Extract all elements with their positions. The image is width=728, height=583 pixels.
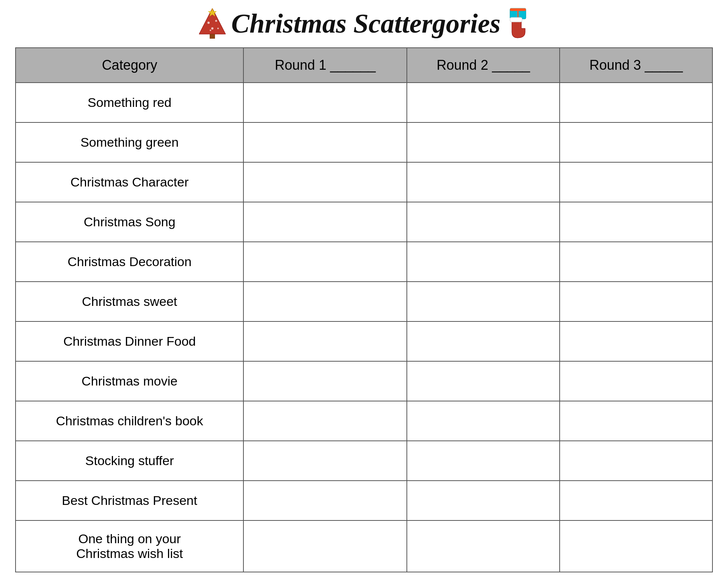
- answer-round1-row7[interactable]: [243, 361, 407, 401]
- svg-rect-11: [510, 17, 522, 22]
- svg-point-7: [217, 28, 219, 29]
- answer-round3-row8[interactable]: [560, 401, 712, 441]
- table-row: Christmas Decoration: [16, 242, 712, 282]
- answer-round3-row6[interactable]: [560, 321, 712, 361]
- table-row: Christmas Song: [16, 202, 712, 242]
- answer-round2-row3[interactable]: [407, 202, 560, 242]
- table-row: Stocking stuffer: [16, 441, 712, 481]
- tree-icon: [197, 8, 228, 40]
- answer-round1-row5[interactable]: [243, 282, 407, 321]
- col-header-round1: Round 1 ______: [243, 48, 407, 83]
- col-header-category: Category: [16, 48, 243, 83]
- stocking-icon: [504, 8, 531, 40]
- table-row: Christmas sweet: [16, 282, 712, 321]
- table-row: Christmas Character: [16, 162, 712, 202]
- answer-round2-row6[interactable]: [407, 321, 560, 361]
- answer-round2-row8[interactable]: [407, 401, 560, 441]
- col-header-round2: Round 2 _____: [407, 48, 560, 83]
- answer-round1-row3[interactable]: [243, 202, 407, 242]
- category-cell: Christmas movie: [16, 361, 243, 401]
- answer-round2-row4[interactable]: [407, 242, 560, 282]
- category-cell: Christmas Character: [16, 162, 243, 202]
- svg-point-6: [210, 30, 211, 31]
- answer-round3-row7[interactable]: [560, 361, 712, 401]
- table-row: Something green: [16, 122, 712, 162]
- answer-round2-row5[interactable]: [407, 282, 560, 321]
- category-cell: Christmas Decoration: [16, 242, 243, 282]
- answer-round3-row1[interactable]: [560, 122, 712, 162]
- table-header-row: Category Round 1 ______ Round 2 _____ Ro…: [16, 48, 712, 83]
- answer-round2-row10[interactable]: [407, 481, 560, 520]
- answer-round1-row6[interactable]: [243, 321, 407, 361]
- category-cell: Best Christmas Present: [16, 481, 243, 520]
- answer-round2-row9[interactable]: [407, 441, 560, 481]
- table-row: One thing on your Christmas wish list: [16, 520, 712, 572]
- answer-round2-row7[interactable]: [407, 361, 560, 401]
- answer-round1-row8[interactable]: [243, 401, 407, 441]
- category-cell: Something red: [16, 83, 243, 122]
- answer-round2-row1[interactable]: [407, 122, 560, 162]
- table-row: Christmas movie: [16, 361, 712, 401]
- answer-round2-row0[interactable]: [407, 83, 560, 122]
- answer-round1-row10[interactable]: [243, 481, 407, 520]
- svg-rect-2: [210, 34, 215, 39]
- answer-round3-row11[interactable]: [560, 520, 712, 572]
- answer-round3-row5[interactable]: [560, 282, 712, 321]
- page-title: Christmas Scattergories: [231, 8, 500, 39]
- answer-round1-row9[interactable]: [243, 441, 407, 481]
- svg-point-3: [207, 22, 210, 24]
- answer-round3-row2[interactable]: [560, 162, 712, 202]
- answer-round1-row2[interactable]: [243, 162, 407, 202]
- col-header-round3: Round 3 _____: [560, 48, 712, 83]
- answer-round1-row4[interactable]: [243, 242, 407, 282]
- answer-round3-row3[interactable]: [560, 202, 712, 242]
- answer-round1-row1[interactable]: [243, 122, 407, 162]
- table-row: Christmas Dinner Food: [16, 321, 712, 361]
- svg-point-4: [215, 20, 217, 22]
- answer-round2-row2[interactable]: [407, 162, 560, 202]
- table-row: Christmas children's book: [16, 401, 712, 441]
- category-cell: Christmas Dinner Food: [16, 321, 243, 361]
- svg-point-5: [211, 27, 213, 30]
- table-row: Something red: [16, 83, 712, 122]
- category-cell: Something green: [16, 122, 243, 162]
- table-row: Best Christmas Present: [16, 481, 712, 520]
- page-header: Christmas Scattergories: [197, 8, 531, 40]
- category-cell: One thing on your Christmas wish list: [16, 520, 243, 572]
- answer-round2-row11[interactable]: [407, 520, 560, 572]
- answer-round3-row10[interactable]: [560, 481, 712, 520]
- answer-round1-row0[interactable]: [243, 83, 407, 122]
- answer-round1-row11[interactable]: [243, 520, 407, 572]
- scattergories-table: Category Round 1 ______ Round 2 _____ Ro…: [15, 47, 713, 572]
- answer-round3-row9[interactable]: [560, 441, 712, 481]
- category-cell: Christmas Song: [16, 202, 243, 242]
- category-cell: Christmas sweet: [16, 282, 243, 321]
- category-cell: Stocking stuffer: [16, 441, 243, 481]
- answer-round3-row0[interactable]: [560, 83, 712, 122]
- category-cell: Christmas children's book: [16, 401, 243, 441]
- answer-round3-row4[interactable]: [560, 242, 712, 282]
